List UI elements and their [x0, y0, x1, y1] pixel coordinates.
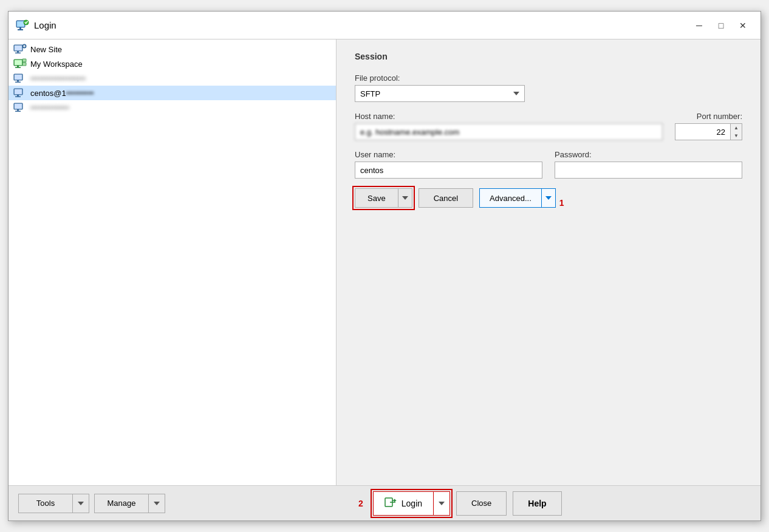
file-protocol-group: File protocol: SFTP FTP SCP WebDAV S3	[355, 73, 742, 102]
centos-label: centos@1••••••••••	[30, 89, 94, 98]
tree-item-new-site[interactable]: New Site	[9, 42, 336, 56]
svg-rect-13	[15, 60, 22, 65]
blurred-1-label: ••••••••••••••••••••	[30, 74, 86, 83]
svg-rect-17	[22, 63, 26, 66]
login-button-group: Login	[373, 491, 450, 516]
file-protocol-label: File protocol:	[355, 73, 742, 83]
port-number-label: Port number:	[697, 112, 742, 121]
site-tree: New Site My Workspace	[9, 39, 336, 485]
help-button[interactable]: Help	[513, 491, 561, 516]
session-section-label: Session	[355, 52, 742, 61]
tools-button-group: Tools	[18, 494, 89, 513]
advanced-dropdown-button[interactable]	[542, 188, 556, 208]
svg-rect-19	[15, 75, 22, 80]
file-protocol-select[interactable]: SFTP FTP SCP WebDAV S3	[355, 85, 525, 102]
maximize-button[interactable]: □	[711, 16, 731, 35]
computer-icon-2	[13, 102, 27, 113]
bottom-bar: Tools Manage 2	[9, 485, 760, 520]
port-decrement-button[interactable]: ▼	[731, 132, 742, 140]
port-group: Port number: 22 ▲ ▼	[675, 112, 742, 140]
manage-dropdown-button[interactable]	[149, 494, 165, 513]
window-title: Login	[34, 20, 689, 30]
advanced-button[interactable]: Advanced...	[479, 188, 542, 208]
tree-item-centos[interactable]: centos@1••••••••••	[9, 86, 336, 100]
svg-rect-16	[22, 59, 26, 62]
annotation-1: 1	[559, 198, 564, 208]
tree-item-blurred-1[interactable]: ••••••••••••••••••••	[9, 71, 336, 86]
svg-rect-15	[15, 67, 21, 69]
login-button[interactable]: Login	[373, 491, 434, 516]
port-spinners: ▲ ▼	[730, 124, 742, 140]
save-button-group: Save	[355, 188, 412, 208]
computer-icon-centos	[13, 87, 27, 98]
svg-rect-14	[17, 66, 19, 67]
close-button[interactable]: Close	[456, 491, 507, 516]
port-input[interactable]: 22	[675, 124, 730, 140]
user-name-input[interactable]: centos	[355, 162, 542, 179]
workspace-icon	[13, 58, 27, 69]
svg-rect-8	[15, 53, 21, 54]
svg-rect-21	[15, 82, 21, 83]
credentials-row: User name: centos Password:	[355, 150, 742, 179]
login-chevron-icon	[439, 502, 445, 505]
manage-chevron-icon	[154, 502, 160, 505]
window-controls: ─ □ ✕	[689, 16, 753, 35]
right-panel: Session File protocol: SFTP FTP SCP WebD…	[337, 39, 760, 485]
cancel-button[interactable]: Cancel	[419, 188, 473, 208]
blurred-2-label: ••••••••••••••	[30, 103, 69, 112]
bottom-bar-right: 2 Login	[346, 491, 751, 516]
svg-rect-2	[19, 27, 21, 29]
login-button-label: Login	[402, 499, 422, 508]
password-label: Password:	[555, 150, 742, 159]
login-dialog: Login ─ □ ✕	[8, 11, 761, 521]
advanced-chevron-icon	[545, 196, 552, 200]
save-chevron-icon	[402, 196, 408, 200]
login-icon	[384, 497, 397, 509]
svg-rect-6	[15, 46, 22, 50]
tree-item-blurred-2[interactable]: ••••••••••••••	[9, 100, 336, 115]
tools-button[interactable]: Tools	[18, 494, 73, 513]
svg-rect-20	[17, 80, 19, 82]
title-bar: Login ─ □ ✕	[9, 12, 760, 39]
svg-rect-7	[17, 51, 19, 53]
bottom-bar-left: Tools Manage	[18, 494, 346, 513]
password-input[interactable]	[555, 162, 742, 179]
advanced-button-group: Advanced...	[479, 188, 556, 208]
tools-dropdown-button[interactable]	[73, 494, 89, 513]
svg-rect-24	[17, 95, 19, 97]
close-window-button[interactable]: ✕	[733, 16, 753, 35]
host-name-group: Host name:	[355, 112, 663, 140]
port-input-group: 22 ▲ ▼	[675, 123, 742, 140]
new-site-label: New Site	[30, 45, 62, 54]
svg-rect-27	[15, 104, 22, 109]
password-group: Password:	[555, 150, 742, 179]
manage-button-group: Manage	[94, 494, 165, 513]
new-site-icon	[13, 44, 27, 55]
my-workspace-label: My Workspace	[30, 60, 83, 69]
host-name-label: Host name:	[355, 112, 663, 121]
login-dropdown-button[interactable]	[434, 491, 450, 516]
annotation-2: 2	[358, 499, 363, 508]
tools-chevron-icon	[78, 502, 84, 505]
save-button[interactable]: Save	[355, 188, 398, 208]
svg-rect-25	[15, 97, 21, 98]
manage-button[interactable]: Manage	[94, 494, 149, 513]
user-name-group: User name: centos	[355, 150, 542, 179]
svg-rect-28	[17, 109, 19, 111]
dialog-body: New Site My Workspace	[9, 39, 760, 485]
action-row: Save Cancel Advanced...	[355, 188, 742, 208]
port-increment-button[interactable]: ▲	[731, 124, 742, 132]
svg-rect-3	[18, 29, 23, 30]
svg-rect-23	[15, 89, 22, 94]
user-name-label: User name:	[355, 150, 542, 159]
svg-rect-29	[15, 111, 21, 112]
svg-rect-1	[17, 21, 24, 27]
save-dropdown-button[interactable]	[398, 188, 412, 208]
left-panel: New Site My Workspace	[9, 39, 337, 485]
app-icon	[16, 19, 29, 32]
host-name-input[interactable]	[355, 123, 663, 140]
host-port-row: Host name: Port number: 22 ▲ ▼	[355, 112, 742, 140]
computer-icon-1	[13, 73, 27, 84]
tree-item-my-workspace[interactable]: My Workspace	[9, 56, 336, 71]
minimize-button[interactable]: ─	[689, 16, 709, 35]
